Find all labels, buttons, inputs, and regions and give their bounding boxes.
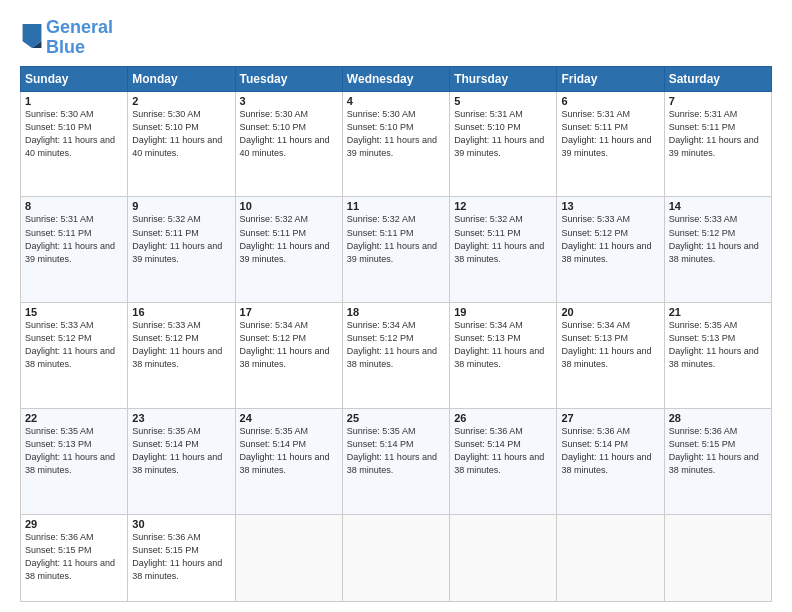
calendar-cell: 2 Sunrise: 5:30 AM Sunset: 5:10 PM Dayli… — [128, 91, 235, 197]
day-number: 10 — [240, 200, 338, 212]
day-info: Sunrise: 5:32 AM Sunset: 5:11 PM Dayligh… — [240, 213, 338, 265]
day-number: 4 — [347, 95, 445, 107]
calendar-cell: 9 Sunrise: 5:32 AM Sunset: 5:11 PM Dayli… — [128, 197, 235, 303]
calendar-cell: 20 Sunrise: 5:34 AM Sunset: 5:13 PM Dayl… — [557, 303, 664, 409]
day-info: Sunrise: 5:30 AM Sunset: 5:10 PM Dayligh… — [25, 108, 123, 160]
day-info: Sunrise: 5:30 AM Sunset: 5:10 PM Dayligh… — [132, 108, 230, 160]
day-number: 12 — [454, 200, 552, 212]
calendar-cell: 7 Sunrise: 5:31 AM Sunset: 5:11 PM Dayli… — [664, 91, 771, 197]
day-info: Sunrise: 5:32 AM Sunset: 5:11 PM Dayligh… — [454, 213, 552, 265]
day-number: 5 — [454, 95, 552, 107]
day-number: 1 — [25, 95, 123, 107]
calendar-cell: 4 Sunrise: 5:30 AM Sunset: 5:10 PM Dayli… — [342, 91, 449, 197]
day-info: Sunrise: 5:33 AM Sunset: 5:12 PM Dayligh… — [132, 319, 230, 371]
calendar-cell: 15 Sunrise: 5:33 AM Sunset: 5:12 PM Dayl… — [21, 303, 128, 409]
calendar-cell: 11 Sunrise: 5:32 AM Sunset: 5:11 PM Dayl… — [342, 197, 449, 303]
calendar-cell: 16 Sunrise: 5:33 AM Sunset: 5:12 PM Dayl… — [128, 303, 235, 409]
day-info: Sunrise: 5:31 AM Sunset: 5:10 PM Dayligh… — [454, 108, 552, 160]
weekday-header-tuesday: Tuesday — [235, 66, 342, 91]
day-number: 13 — [561, 200, 659, 212]
day-number: 25 — [347, 412, 445, 424]
day-info: Sunrise: 5:34 AM Sunset: 5:13 PM Dayligh… — [561, 319, 659, 371]
day-info: Sunrise: 5:36 AM Sunset: 5:14 PM Dayligh… — [454, 425, 552, 477]
logo-icon — [22, 24, 42, 48]
calendar-table: SundayMondayTuesdayWednesdayThursdayFrid… — [20, 66, 772, 602]
calendar-cell: 6 Sunrise: 5:31 AM Sunset: 5:11 PM Dayli… — [557, 91, 664, 197]
calendar-cell — [235, 515, 342, 602]
day-info: Sunrise: 5:35 AM Sunset: 5:13 PM Dayligh… — [669, 319, 767, 371]
day-info: Sunrise: 5:30 AM Sunset: 5:10 PM Dayligh… — [240, 108, 338, 160]
weekday-header-saturday: Saturday — [664, 66, 771, 91]
calendar-cell: 29 Sunrise: 5:36 AM Sunset: 5:15 PM Dayl… — [21, 515, 128, 602]
header: General Blue — [20, 18, 772, 58]
day-number: 27 — [561, 412, 659, 424]
day-info: Sunrise: 5:36 AM Sunset: 5:15 PM Dayligh… — [132, 531, 230, 583]
day-number: 16 — [132, 306, 230, 318]
calendar-cell: 5 Sunrise: 5:31 AM Sunset: 5:10 PM Dayli… — [450, 91, 557, 197]
weekday-header-thursday: Thursday — [450, 66, 557, 91]
calendar-cell — [557, 515, 664, 602]
day-info: Sunrise: 5:33 AM Sunset: 5:12 PM Dayligh… — [669, 213, 767, 265]
day-number: 7 — [669, 95, 767, 107]
day-info: Sunrise: 5:33 AM Sunset: 5:12 PM Dayligh… — [25, 319, 123, 371]
day-info: Sunrise: 5:31 AM Sunset: 5:11 PM Dayligh… — [25, 213, 123, 265]
calendar-cell: 25 Sunrise: 5:35 AM Sunset: 5:14 PM Dayl… — [342, 409, 449, 515]
calendar-cell: 23 Sunrise: 5:35 AM Sunset: 5:14 PM Dayl… — [128, 409, 235, 515]
calendar-cell: 3 Sunrise: 5:30 AM Sunset: 5:10 PM Dayli… — [235, 91, 342, 197]
day-info: Sunrise: 5:34 AM Sunset: 5:12 PM Dayligh… — [347, 319, 445, 371]
calendar-cell: 22 Sunrise: 5:35 AM Sunset: 5:13 PM Dayl… — [21, 409, 128, 515]
day-number: 9 — [132, 200, 230, 212]
calendar-cell: 8 Sunrise: 5:31 AM Sunset: 5:11 PM Dayli… — [21, 197, 128, 303]
day-number: 21 — [669, 306, 767, 318]
day-number: 19 — [454, 306, 552, 318]
logo: General Blue — [20, 18, 113, 58]
calendar-cell: 10 Sunrise: 5:32 AM Sunset: 5:11 PM Dayl… — [235, 197, 342, 303]
day-number: 20 — [561, 306, 659, 318]
weekday-header-monday: Monday — [128, 66, 235, 91]
day-info: Sunrise: 5:31 AM Sunset: 5:11 PM Dayligh… — [669, 108, 767, 160]
day-number: 2 — [132, 95, 230, 107]
weekday-header-wednesday: Wednesday — [342, 66, 449, 91]
day-number: 28 — [669, 412, 767, 424]
calendar-cell: 19 Sunrise: 5:34 AM Sunset: 5:13 PM Dayl… — [450, 303, 557, 409]
day-number: 11 — [347, 200, 445, 212]
day-number: 24 — [240, 412, 338, 424]
calendar-cell: 17 Sunrise: 5:34 AM Sunset: 5:12 PM Dayl… — [235, 303, 342, 409]
calendar-cell: 27 Sunrise: 5:36 AM Sunset: 5:14 PM Dayl… — [557, 409, 664, 515]
day-info: Sunrise: 5:35 AM Sunset: 5:13 PM Dayligh… — [25, 425, 123, 477]
calendar-cell: 14 Sunrise: 5:33 AM Sunset: 5:12 PM Dayl… — [664, 197, 771, 303]
logo-text: General Blue — [46, 18, 113, 58]
day-info: Sunrise: 5:31 AM Sunset: 5:11 PM Dayligh… — [561, 108, 659, 160]
day-number: 17 — [240, 306, 338, 318]
day-info: Sunrise: 5:34 AM Sunset: 5:13 PM Dayligh… — [454, 319, 552, 371]
calendar-cell: 21 Sunrise: 5:35 AM Sunset: 5:13 PM Dayl… — [664, 303, 771, 409]
calendar-cell: 30 Sunrise: 5:36 AM Sunset: 5:15 PM Dayl… — [128, 515, 235, 602]
day-number: 29 — [25, 518, 123, 530]
day-info: Sunrise: 5:35 AM Sunset: 5:14 PM Dayligh… — [132, 425, 230, 477]
day-info: Sunrise: 5:30 AM Sunset: 5:10 PM Dayligh… — [347, 108, 445, 160]
day-number: 3 — [240, 95, 338, 107]
day-info: Sunrise: 5:34 AM Sunset: 5:12 PM Dayligh… — [240, 319, 338, 371]
calendar-cell: 18 Sunrise: 5:34 AM Sunset: 5:12 PM Dayl… — [342, 303, 449, 409]
day-info: Sunrise: 5:35 AM Sunset: 5:14 PM Dayligh… — [347, 425, 445, 477]
day-info: Sunrise: 5:36 AM Sunset: 5:14 PM Dayligh… — [561, 425, 659, 477]
calendar-cell — [342, 515, 449, 602]
day-number: 15 — [25, 306, 123, 318]
day-info: Sunrise: 5:36 AM Sunset: 5:15 PM Dayligh… — [25, 531, 123, 583]
calendar-cell — [664, 515, 771, 602]
day-info: Sunrise: 5:32 AM Sunset: 5:11 PM Dayligh… — [132, 213, 230, 265]
day-number: 22 — [25, 412, 123, 424]
day-info: Sunrise: 5:36 AM Sunset: 5:15 PM Dayligh… — [669, 425, 767, 477]
day-number: 30 — [132, 518, 230, 530]
page: General Blue SundayMondayTuesdayWednesda… — [0, 0, 792, 612]
day-number: 8 — [25, 200, 123, 212]
weekday-header-friday: Friday — [557, 66, 664, 91]
calendar-cell: 24 Sunrise: 5:35 AM Sunset: 5:14 PM Dayl… — [235, 409, 342, 515]
day-info: Sunrise: 5:33 AM Sunset: 5:12 PM Dayligh… — [561, 213, 659, 265]
calendar-cell: 12 Sunrise: 5:32 AM Sunset: 5:11 PM Dayl… — [450, 197, 557, 303]
day-number: 23 — [132, 412, 230, 424]
day-number: 6 — [561, 95, 659, 107]
weekday-header-sunday: Sunday — [21, 66, 128, 91]
day-number: 14 — [669, 200, 767, 212]
day-info: Sunrise: 5:32 AM Sunset: 5:11 PM Dayligh… — [347, 213, 445, 265]
